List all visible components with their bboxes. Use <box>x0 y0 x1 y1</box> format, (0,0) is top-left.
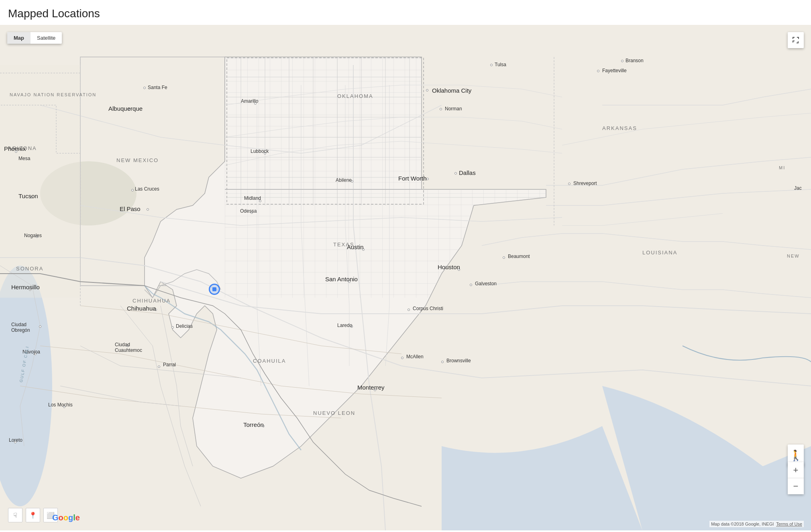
city-dot-santafe <box>143 87 146 89</box>
city-dot-tulsa <box>490 64 493 66</box>
city-dot-tucson <box>30 196 33 199</box>
map-type-control: Map Satellite <box>7 32 62 44</box>
map-type-satellite-btn[interactable]: Satellite <box>31 32 62 44</box>
city-dot-losmochis <box>63 406 65 408</box>
city-dot-amarillo <box>254 102 257 105</box>
map-attribution: Map data ©2018 Google, INEGI Terms of Us… <box>709 521 804 527</box>
fullscreen-btn[interactable] <box>788 32 804 48</box>
city-dot-corpuschristi <box>408 309 410 311</box>
drag-mode-btn[interactable]: ☟ <box>8 508 22 522</box>
city-dot-delicias <box>171 326 174 329</box>
page-title: Mapped Locations <box>0 0 811 25</box>
zoom-out-btn[interactable]: − <box>788 478 804 494</box>
city-dot-abilene <box>351 180 353 183</box>
map-container: Map Satellite TEXAS NEW MEXICO OKLAHOMA … <box>0 25 811 530</box>
zoom-controls: + − <box>788 462 804 494</box>
city-dot-nogales <box>36 236 38 238</box>
city-dot-cuauhtemoc <box>126 345 129 347</box>
google-logo: Google <box>52 513 80 522</box>
city-dot-beaumont <box>503 256 505 259</box>
city-dot-parral <box>158 365 160 368</box>
city-dot-phoenix <box>15 150 17 153</box>
city-dot-branson <box>621 60 624 62</box>
city-dot-houston <box>458 268 460 271</box>
city-dot-shreveport <box>568 183 571 185</box>
city-dot-ciudadobregon <box>39 325 41 328</box>
city-dot-austin <box>362 248 365 251</box>
city-dot-lascruces <box>131 189 134 191</box>
city-dot-elpaso <box>147 208 149 211</box>
city-dot-fayetteville <box>597 70 599 72</box>
city-dot-oklahoma-city <box>426 89 428 91</box>
city-dot-mcallen <box>401 357 403 359</box>
city-dot-chihuahua-city <box>155 309 157 311</box>
city-dot-laredo <box>350 325 353 328</box>
city-dot-odessa <box>251 211 253 214</box>
city-dot-monterrey <box>374 389 376 391</box>
city-dot-torreon <box>262 425 265 427</box>
map-type-map-btn[interactable]: Map <box>7 32 31 44</box>
city-dot-albuquerque <box>128 108 130 110</box>
city-dot-midland <box>259 200 261 202</box>
pin-btn[interactable]: 📍 <box>26 508 40 522</box>
city-dot-loreto <box>14 441 16 443</box>
city-dot-lubbock <box>264 152 266 154</box>
city-dot-fortworth <box>426 178 429 180</box>
city-dot-hermosillo <box>29 288 31 291</box>
city-dot-dallas <box>454 172 457 175</box>
location-marker <box>209 284 220 295</box>
city-dot-brownsville <box>441 361 444 363</box>
city-dot-norman <box>440 108 442 110</box>
city-dot-galveston <box>470 284 472 286</box>
city-dot-sanantonio <box>348 280 350 283</box>
zoom-in-btn[interactable]: + <box>788 462 804 478</box>
terms-of-use-link[interactable]: Terms of Use <box>776 522 802 526</box>
city-dot-navojoa <box>34 353 37 355</box>
bottom-controls: ☟ 📍 ⬜ <box>8 508 58 522</box>
